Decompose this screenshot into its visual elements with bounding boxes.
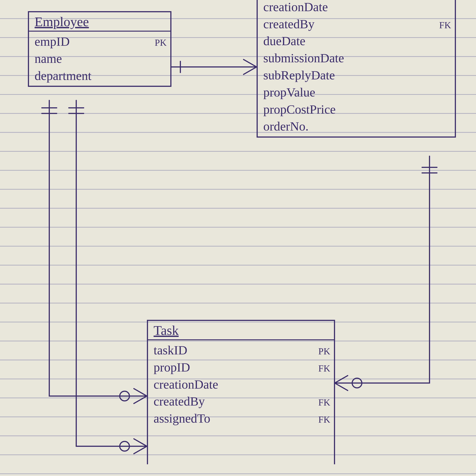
attr-row: createdBy FK — [153, 393, 330, 410]
attr-name: propID — [153, 359, 190, 376]
attr-name: department — [34, 67, 91, 85]
svg-line-2 — [244, 60, 256, 67]
attr-name: propValue — [263, 84, 315, 101]
attr-key: FK — [318, 414, 330, 425]
rel-employee-task-assignedto — [76, 101, 147, 454]
employee-bottom-cardinality — [42, 108, 84, 113]
entity-employee: Employee empID PK name department — [28, 11, 171, 87]
attr-name: propCostPrice — [263, 101, 336, 118]
attr-row: dueDate — [263, 33, 451, 50]
svg-line-16 — [335, 375, 348, 383]
attr-key: PK — [318, 346, 330, 357]
attr-name: taskID — [153, 342, 187, 359]
attr-name: dueDate — [263, 33, 306, 50]
attr-row: empID PK — [34, 33, 167, 50]
rel-proposal-task — [335, 156, 437, 391]
attr-key: FK — [439, 20, 451, 31]
attr-name: empID — [34, 33, 70, 50]
entity-proposal: propID PK creationDate createdBy FK dueD… — [256, 0, 456, 137]
svg-line-17 — [335, 383, 348, 391]
entity-task-title: Task — [148, 321, 334, 340]
svg-point-10 — [120, 391, 129, 401]
attr-row: propValue — [263, 84, 451, 101]
attr-name: createdBy — [153, 393, 205, 410]
entity-proposal-attrs: propID PK creationDate createdBy FK dueD… — [258, 0, 455, 136]
attr-name: orderNo. — [263, 118, 309, 135]
svg-line-11 — [134, 439, 147, 446]
attr-name: creationDate — [263, 0, 328, 16]
entity-employee-title: Employee — [29, 12, 170, 32]
rel-employee-task-createdby — [49, 101, 147, 404]
attr-row: propCostPrice — [263, 101, 451, 118]
attr-key: PK — [155, 37, 167, 48]
svg-line-9 — [134, 396, 147, 404]
attr-name: name — [34, 50, 62, 67]
attr-row: creationDate — [153, 376, 330, 393]
svg-line-3 — [244, 67, 256, 74]
attr-row: orderNo. — [263, 118, 451, 135]
attr-row: creationDate — [263, 0, 451, 16]
attr-row: submissionDate — [263, 50, 451, 67]
svg-line-12 — [134, 446, 147, 454]
attr-row: assignedTo FK — [153, 410, 330, 427]
attr-name: subReplyDate — [263, 67, 335, 84]
entity-task: Task taskID PK propID FK creationDate cr… — [147, 320, 335, 464]
attr-key: FK — [318, 363, 330, 374]
attr-row: name — [34, 50, 167, 67]
rel-employee-proposal — [171, 60, 256, 74]
entity-employee-attrs: empID PK name department — [29, 32, 170, 86]
svg-line-8 — [134, 389, 147, 396]
attr-row: subReplyDate — [263, 67, 451, 84]
svg-point-13 — [120, 442, 129, 451]
attr-key: FK — [318, 397, 330, 408]
attr-name: createdBy — [263, 16, 315, 33]
attr-row: createdBy FK — [263, 16, 451, 33]
attr-row: taskID PK — [153, 342, 330, 359]
attr-row: propID FK — [153, 359, 330, 376]
attr-name: submissionDate — [263, 50, 344, 67]
attr-name: assignedTo — [153, 410, 210, 427]
svg-point-18 — [352, 378, 362, 388]
entity-task-attrs: taskID PK propID FK creationDate created… — [148, 340, 334, 464]
attr-row: department — [34, 67, 167, 85]
attr-name: creationDate — [153, 376, 218, 393]
